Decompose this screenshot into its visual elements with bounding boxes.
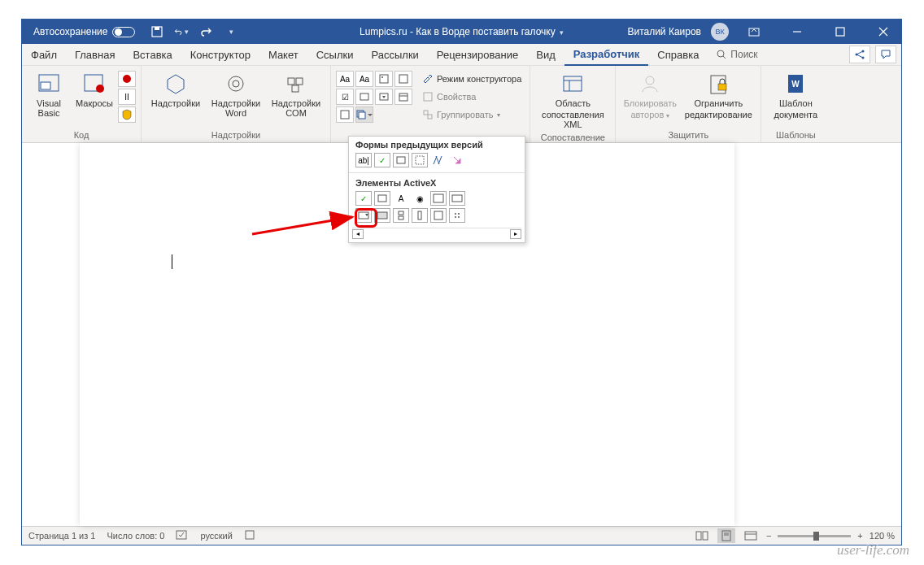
group-protect: Блокироватьавторов ▾ Ограничитьредактиро… [616, 66, 761, 142]
tab-review[interactable]: Рецензирование [428, 44, 527, 66]
activex-image-icon[interactable] [430, 208, 447, 223]
pause-recording-icon[interactable]: II [118, 89, 136, 105]
statusbar: Страница 1 из 1 Число слов: 0 русский − … [22, 526, 901, 545]
combobox-control-icon[interactable] [355, 89, 373, 105]
macro-icon[interactable] [244, 529, 255, 542]
repeating-control-icon[interactable] [336, 106, 354, 123]
restrict-editing-icon [705, 71, 731, 97]
activex-toggle-icon[interactable] [449, 191, 465, 206]
language[interactable]: русский [200, 531, 232, 541]
spellcheck-icon[interactable] [176, 529, 189, 542]
svg-point-8 [862, 50, 865, 53]
minimize-button[interactable] [778, 20, 815, 44]
plaintext-control-icon[interactable]: Aa [355, 71, 373, 87]
activex-spin-icon[interactable] [393, 208, 409, 223]
web-layout-icon[interactable] [742, 528, 760, 543]
svg-rect-33 [428, 115, 432, 119]
svg-text:W: W [792, 80, 800, 89]
group-icon [422, 109, 434, 120]
redo-icon[interactable] [198, 24, 213, 39]
svg-rect-51 [397, 157, 405, 163]
page-number[interactable]: Страница 1 из 1 [28, 531, 95, 541]
activex-button-icon[interactable] [374, 208, 390, 223]
read-mode-icon[interactable] [693, 528, 711, 543]
ribbon: Visual Basic Макросы II Код Надстройки [22, 66, 901, 143]
tab-view[interactable]: Вид [527, 44, 564, 66]
comments-button[interactable] [875, 46, 896, 63]
scroll-left-icon[interactable]: ◂ [352, 229, 364, 239]
legacy-reset-icon[interactable] [449, 153, 465, 167]
visual-basic-button[interactable]: Visual Basic [27, 69, 71, 128]
activex-combobox-icon[interactable] [355, 208, 372, 223]
addins-button[interactable]: Надстройки [146, 69, 205, 128]
dropdown-control-icon[interactable] [375, 89, 393, 105]
word-count[interactable]: Число слов: 0 [107, 531, 164, 541]
save-icon[interactable] [150, 24, 164, 39]
legacy-shading-icon[interactable] [430, 153, 447, 167]
legacy-dropdown-icon[interactable] [393, 153, 409, 167]
legacy-checkbox-icon[interactable]: ✓ [374, 153, 390, 167]
datepicker-control-icon[interactable] [394, 89, 412, 105]
activex-more-icon[interactable] [449, 208, 465, 223]
scroll-right-icon[interactable]: ▸ [510, 229, 521, 239]
activex-textbox-icon[interactable] [374, 191, 390, 206]
group-button[interactable]: Группировать ▾ [419, 106, 525, 123]
activex-label-icon[interactable]: A [393, 191, 409, 206]
svg-rect-20 [292, 85, 299, 92]
zoom-level[interactable]: 120 % [870, 531, 895, 541]
document-template-button[interactable]: W Шаблондокумента [766, 69, 825, 128]
svg-point-9 [862, 57, 865, 59]
restrict-editing-button[interactable]: Ограничитьредактирование [681, 69, 756, 128]
autosave-toggle[interactable]: Автосохранение [33, 26, 135, 37]
svg-rect-19 [296, 78, 303, 85]
checkbox-control-icon[interactable]: ☑ [336, 89, 354, 105]
user-name[interactable]: Виталий Каиров [627, 26, 701, 37]
tab-mailings[interactable]: Рассылки [362, 44, 427, 66]
legacy-tools-button[interactable] [355, 106, 373, 123]
undo-icon[interactable]: ▾ [174, 24, 189, 39]
search-button[interactable]: Поиск [716, 49, 757, 60]
tab-file[interactable]: Файл [22, 44, 66, 66]
xml-mapping-button[interactable]: Областьсопоставления XML [535, 69, 610, 131]
picture-control-icon[interactable] [375, 71, 393, 87]
legacy-textfield-icon[interactable]: ab| [355, 153, 372, 167]
tab-layout[interactable]: Макет [259, 44, 307, 66]
tab-help[interactable]: Справка [648, 44, 708, 66]
zoom-slider[interactable] [778, 535, 851, 537]
print-layout-icon[interactable] [717, 528, 735, 543]
legacy-frame-icon[interactable] [412, 153, 428, 167]
qat-dropdown-icon[interactable]: ▾ [223, 24, 238, 39]
record-macro-icon[interactable] [118, 71, 136, 87]
svg-rect-34 [564, 76, 582, 91]
svg-rect-53 [378, 195, 386, 202]
block-authors-button[interactable]: Блокироватьавторов ▾ [621, 69, 679, 128]
zoom-in-button[interactable]: + [857, 531, 862, 541]
user-avatar[interactable]: ВК [711, 23, 729, 41]
activex-listbox-icon[interactable] [430, 191, 447, 206]
maximize-button[interactable] [822, 20, 858, 44]
close-button[interactable] [865, 20, 901, 44]
svg-rect-4 [836, 28, 844, 36]
tab-references[interactable]: Ссылки [307, 44, 363, 66]
properties-button[interactable]: Свойства [419, 89, 525, 105]
tab-developer[interactable]: Разработчик [564, 44, 649, 66]
macros-button[interactable]: Макросы [72, 69, 116, 128]
design-mode-button[interactable]: Режим конструктора [419, 71, 525, 87]
tab-home[interactable]: Главная [66, 44, 124, 66]
word-addins-button[interactable]: Надстройки Word [207, 69, 265, 128]
buildingblock-control-icon[interactable] [394, 71, 412, 87]
macro-security-icon[interactable] [118, 106, 136, 123]
activex-option-icon[interactable]: ◉ [412, 191, 428, 206]
zoom-out-button[interactable]: − [766, 531, 771, 541]
activex-checkbox-icon[interactable]: ✓ [355, 191, 372, 206]
tab-design[interactable]: Конструктор [181, 44, 259, 66]
titlebar: Автосохранение ▾ ▾ Lumpics.ru - Как в Во… [22, 20, 901, 44]
activex-scrollbar-icon[interactable] [412, 208, 428, 223]
richtext-control-icon[interactable]: Aa [336, 71, 354, 87]
ribbon-display-icon[interactable] [735, 20, 772, 44]
share-button[interactable] [849, 46, 870, 63]
com-addins-button[interactable]: Надстройки COM [267, 69, 325, 128]
design-mode-icon [422, 73, 434, 85]
svg-point-63 [458, 213, 460, 215]
tab-insert[interactable]: Вставка [124, 44, 181, 66]
